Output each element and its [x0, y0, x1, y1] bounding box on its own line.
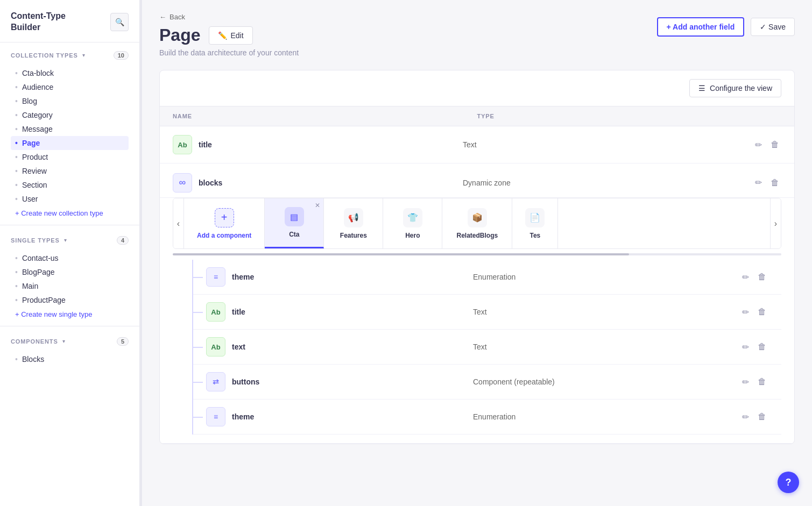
collection-types-toggle[interactable]: COLLECTION TYPES ▾	[11, 52, 85, 59]
single-types-count: 4	[117, 236, 129, 245]
scroll-left-button[interactable]: ‹	[173, 198, 184, 248]
nested-row-buttons: ⇄ buttons Component (repeatable) ✏ 🗑	[193, 365, 781, 400]
single-types-toggle[interactable]: SINGLE TYPES ▾	[11, 237, 67, 244]
components-toggle[interactable]: COMPONENTS ▾	[11, 338, 65, 345]
cta-card-label: Cta	[289, 231, 299, 238]
edit-nested-theme2-button[interactable]: ✏	[740, 410, 751, 424]
nested-field-name-buttons: ⇄ buttons	[206, 372, 473, 391]
configure-view-button[interactable]: ☰ Configure the view	[689, 79, 781, 97]
edit-nested-text-button[interactable]: ✏	[740, 340, 751, 354]
edit-title-button[interactable]: ✏	[753, 138, 764, 152]
components-list: Blocks	[0, 352, 139, 366]
features-card-label: Features	[340, 232, 367, 239]
nested-field-actions-text: ✏ 🗑	[740, 340, 768, 354]
sidebar-item-blocks[interactable]: Blocks	[11, 352, 129, 366]
edit-icon: ✏️	[218, 31, 227, 40]
sidebar-item-category[interactable]: Category	[11, 108, 129, 122]
nested-field-name-title: Ab title	[206, 302, 473, 322]
add-field-button[interactable]: + Add another field	[657, 17, 745, 37]
components-header: COMPONENTS ▾ 5	[11, 337, 129, 346]
nested-field-name-theme-label: theme	[232, 273, 254, 281]
sidebar-item-productpage[interactable]: ProductPage	[11, 293, 129, 307]
nested-field-icon-buttons: ⇄	[206, 372, 225, 391]
sidebar-item-user[interactable]: User	[11, 192, 129, 206]
table-header: NAME TYPE	[160, 106, 794, 126]
sidebar-item-main[interactable]: Main	[11, 279, 129, 293]
top-bar-right: + Add another field ✓ Save	[657, 13, 795, 37]
edit-nested-theme-button[interactable]: ✏	[740, 270, 751, 284]
nested-fields-container: ≡ theme Enumeration ✏ 🗑 Ab titl	[192, 260, 781, 434]
sidebar-item-product[interactable]: Product	[11, 150, 129, 164]
sidebar-item-review[interactable]: Review	[11, 164, 129, 178]
tes-card-label: Tes	[529, 232, 540, 239]
sidebar-item-blogpage[interactable]: BlogPage	[11, 265, 129, 279]
sidebar-item-audience[interactable]: Audience	[11, 80, 129, 94]
page-content: ← Back Page ✏️ Edit Build the data archi…	[142, 0, 812, 506]
help-button[interactable]: ?	[778, 472, 799, 493]
component-card-cta[interactable]: ✕ ▤ Cta	[265, 198, 324, 248]
edit-label: Edit	[230, 31, 243, 40]
relatedblogs-card-icon: 📦	[468, 208, 487, 227]
nested-field-actions-title: ✏ 🗑	[740, 305, 768, 319]
field-type-blocks: Dynamic zone	[463, 179, 753, 187]
nested-row-theme: ≡ theme Enumeration ✏ 🗑	[193, 260, 781, 295]
sidebar-title: Content-Type Builder	[11, 11, 66, 33]
hero-card-icon: 👕	[403, 208, 422, 227]
delete-nested-theme-button[interactable]: 🗑	[755, 270, 768, 284]
nested-field-type-text: Text	[473, 343, 740, 351]
sidebar-item-message[interactable]: Message	[11, 122, 129, 136]
components-section: COMPONENTS ▾ 5	[0, 329, 139, 352]
component-cards-container: ‹ + Add a component ✕ ▤ Cta	[173, 198, 781, 255]
nested-field-name-theme2: ≡ theme	[206, 407, 473, 426]
sidebar-search-button[interactable]: 🔍	[110, 13, 129, 31]
delete-blocks-button[interactable]: 🗑	[768, 176, 781, 190]
add-component-card[interactable]: + Add a component	[184, 198, 265, 248]
back-link[interactable]: ← Back	[159, 13, 299, 21]
add-component-label: Add a component	[197, 232, 251, 239]
edit-blocks-button[interactable]: ✏	[753, 175, 764, 190]
close-cta-icon[interactable]: ✕	[315, 202, 320, 209]
field-icon-title: Ab	[173, 135, 192, 154]
scroll-right-button[interactable]: ›	[770, 198, 781, 248]
nested-row-theme2: ≡ theme Enumeration ✏ 🗑	[193, 400, 781, 434]
nested-field-name-text: Ab text	[206, 337, 473, 357]
nested-field-icon-theme2: ≡	[206, 407, 225, 426]
back-arrow-icon: ←	[159, 13, 166, 21]
edit-nested-title-button[interactable]: ✏	[740, 305, 751, 319]
collection-types-label: COLLECTION TYPES	[11, 52, 78, 59]
column-type-header: TYPE	[477, 113, 782, 119]
delete-nested-buttons-button[interactable]: 🗑	[755, 375, 768, 389]
delete-nested-text-button[interactable]: 🗑	[755, 340, 768, 354]
single-types-section: SINGLE TYPES ▾ 4	[0, 227, 139, 251]
sidebar-item-section[interactable]: Section	[11, 178, 129, 192]
component-card-tes[interactable]: 📄 Tes	[512, 198, 558, 248]
single-types-arrow-icon: ▾	[64, 237, 67, 243]
component-card-features[interactable]: 📢 Features	[324, 198, 383, 248]
component-card-relatedblogs[interactable]: 📦 RelatedBlogs	[442, 198, 512, 248]
create-collection-type-link[interactable]: + Create new collection type	[0, 206, 139, 223]
delete-title-button[interactable]: 🗑	[768, 138, 781, 152]
edit-button[interactable]: ✏️ Edit	[209, 26, 252, 45]
component-card-hero[interactable]: 👕 Hero	[383, 198, 442, 248]
edit-nested-buttons-button[interactable]: ✏	[740, 375, 751, 389]
sidebar-item-blog[interactable]: Blog	[11, 94, 129, 108]
delete-nested-theme2-button[interactable]: 🗑	[755, 410, 768, 424]
create-single-type-link[interactable]: + Create new single type	[0, 307, 139, 324]
sidebar-item-page[interactable]: Page	[11, 136, 129, 150]
sidebar: Content-Type Builder 🔍 COLLECTION TYPES …	[0, 0, 140, 506]
collection-types-section: COLLECTION TYPES ▾ 10	[0, 42, 139, 66]
sidebar-item-contact-us[interactable]: Contact-us	[11, 251, 129, 265]
nested-field-name-theme2-label: theme	[232, 412, 254, 421]
collection-types-arrow-icon: ▾	[82, 52, 85, 58]
delete-nested-title-button[interactable]: 🗑	[755, 305, 768, 319]
single-types-label: SINGLE TYPES	[11, 237, 60, 244]
scroll-thumb	[173, 253, 629, 255]
sidebar-item-cta-block[interactable]: Cta-block	[11, 66, 129, 80]
nested-field-name-theme: ≡ theme	[206, 267, 473, 287]
save-button[interactable]: ✓ Save	[751, 18, 795, 36]
top-bar-left: ← Back Page ✏️ Edit Build the data archi…	[159, 13, 299, 57]
nested-field-type-title: Text	[473, 308, 740, 316]
components-label: COMPONENTS	[11, 338, 58, 345]
add-field-label: + Add another field	[667, 23, 735, 31]
nested-field-icon-theme: ≡	[206, 267, 225, 287]
